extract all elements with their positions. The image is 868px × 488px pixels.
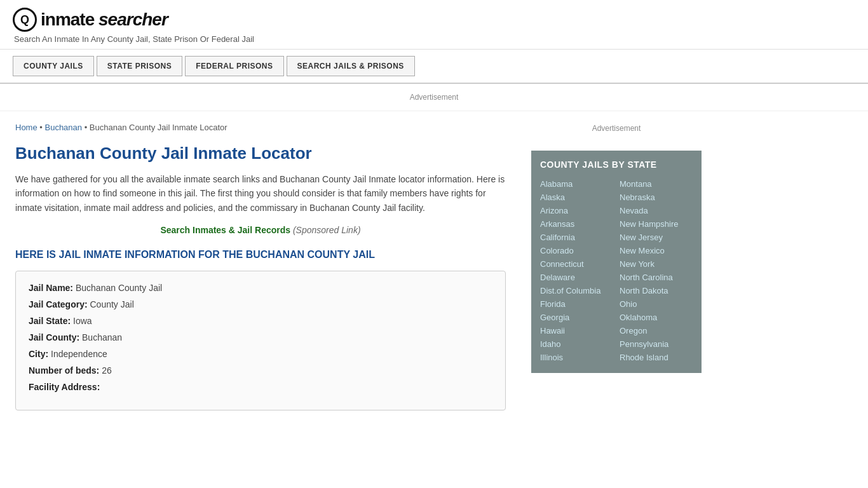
state-link-north-dakota[interactable]: North Dakota	[620, 284, 693, 297]
state-link-rhode-island[interactable]: Rhode Island	[620, 351, 693, 364]
facility-address-label: Facility Address:	[29, 382, 100, 392]
state-grid: Alabama Alaska Arizona Arkansas Californ…	[540, 177, 693, 364]
facility-address-row: Facility Address:	[29, 382, 492, 392]
state-link-dc[interactable]: Dist.of Columbia	[540, 284, 613, 297]
city-label: City:	[29, 349, 48, 359]
state-link-new-york[interactable]: New York	[620, 257, 693, 271]
state-link-nevada[interactable]: Nevada	[620, 204, 693, 217]
site-tagline: Search An Inmate In Any County Jail, Sta…	[13, 34, 855, 44]
main-content: Home • Buchanan • Buchanan County Jail I…	[0, 111, 521, 422]
state-link-montana[interactable]: Montana	[620, 177, 693, 191]
state-link-delaware[interactable]: Delaware	[540, 271, 613, 284]
state-link-nebraska[interactable]: Nebraska	[620, 191, 693, 204]
state-link-florida[interactable]: Florida	[540, 297, 613, 311]
city-row: City: Independence	[29, 349, 492, 359]
state-box-title: COUNTY JAILS BY STATE	[540, 159, 693, 170]
jail-name-label: Jail Name:	[29, 283, 73, 293]
state-col1: Alabama Alaska Arizona Arkansas Californ…	[540, 177, 613, 364]
jail-county-value: Buchanan	[82, 332, 122, 342]
jail-state-value: Iowa	[73, 316, 92, 326]
state-link-arizona[interactable]: Arizona	[540, 204, 613, 217]
state-link-new-hampshire[interactable]: New Hampshire	[620, 217, 693, 231]
nav-county-jails[interactable]: COUNTY JAILS	[13, 56, 94, 76]
ad-label-top: Advertisement	[410, 93, 459, 102]
state-link-connecticut[interactable]: Connecticut	[540, 257, 613, 271]
jail-state-row: Jail State: Iowa	[29, 316, 492, 326]
state-link-alabama[interactable]: Alabama	[540, 177, 613, 191]
jail-county-row: Jail County: Buchanan	[29, 332, 492, 342]
breadcrumb-parent[interactable]: Buchanan	[44, 123, 82, 132]
page-description: We have gathered for you all the availab…	[15, 172, 506, 215]
logo-icon: Q	[13, 8, 37, 32]
ad-label-sidebar: Advertisement	[592, 124, 641, 133]
breadcrumb-current: Buchanan County Jail Inmate Locator	[90, 123, 227, 132]
jail-county-label: Jail County:	[29, 332, 79, 342]
state-link-oklahoma[interactable]: Oklahoma	[620, 311, 693, 324]
state-link-new-mexico[interactable]: New Mexico	[620, 244, 693, 257]
logo-text-part1: inmate	[41, 10, 94, 29]
state-link-california[interactable]: California	[540, 231, 613, 244]
jail-category-label: Jail Category:	[29, 299, 88, 309]
jail-info-box: Jail Name: Buchanan County Jail Jail Cat…	[15, 271, 506, 410]
section-header: HERE IS JAIL INMATE INFORMATION FOR THE …	[15, 249, 506, 261]
logo-area: Q inmate searcher	[13, 8, 855, 32]
state-link-hawaii[interactable]: Hawaii	[540, 324, 613, 337]
breadcrumb-home[interactable]: Home	[15, 123, 37, 132]
state-link-idaho[interactable]: Idaho	[540, 337, 613, 351]
state-link-illinois[interactable]: Illinois	[540, 351, 613, 364]
state-link-alaska[interactable]: Alaska	[540, 191, 613, 204]
beds-value: 26	[102, 365, 112, 376]
nav-state-prisons[interactable]: STATE PRISONS	[97, 56, 182, 76]
state-link-pennsylvania[interactable]: Pennsylvania	[620, 337, 693, 351]
beds-row: Number of beds: 26	[29, 365, 492, 376]
beds-label: Number of beds:	[29, 365, 99, 376]
state-link-north-carolina[interactable]: North Carolina	[620, 271, 693, 284]
nav-federal-prisons[interactable]: FEDERAL PRISONS	[185, 56, 283, 76]
state-link-oregon[interactable]: Oregon	[620, 324, 693, 337]
site-header: Q inmate searcher Search An Inmate In An…	[0, 0, 868, 50]
main-layout: Home • Buchanan • Buchanan County Jail I…	[0, 111, 868, 422]
nav-search-jails[interactable]: SEARCH JAILS & PRISONS	[287, 56, 415, 76]
main-nav: COUNTY JAILS STATE PRISONS FEDERAL PRISO…	[0, 50, 868, 84]
logo-text: inmate searcher	[41, 10, 168, 30]
jail-category-row: Jail Category: County Jail	[29, 299, 492, 309]
breadcrumb-sep2: •	[85, 123, 90, 132]
ad-banner-top: Advertisement	[0, 84, 868, 111]
page-title: Buchanan County Jail Inmate Locator	[15, 144, 506, 163]
city-value: Independence	[51, 349, 107, 359]
jail-name-value: Buchanan County Jail	[76, 283, 162, 293]
search-inmates-link[interactable]: Search Inmates & Jail Records	[160, 225, 290, 235]
jail-category-value: County Jail	[90, 299, 133, 309]
sidebar: Advertisement COUNTY JAILS BY STATE Alab…	[521, 111, 712, 422]
state-link-ohio[interactable]: Ohio	[620, 297, 693, 311]
state-link-georgia[interactable]: Georgia	[540, 311, 613, 324]
jail-state-label: Jail State:	[29, 316, 71, 326]
logo-text-part2: searcher	[98, 10, 168, 29]
state-box: COUNTY JAILS BY STATE Alabama Alaska Ari…	[531, 151, 702, 373]
sponsored-label: (Sponsored Link)	[293, 225, 361, 235]
state-col2: Montana Nebraska Nevada New Hampshire Ne…	[620, 177, 693, 364]
ad-banner-sidebar: Advertisement	[531, 118, 702, 139]
state-link-arkansas[interactable]: Arkansas	[540, 217, 613, 231]
search-link-area: Search Inmates & Jail Records (Sponsored…	[15, 225, 506, 235]
breadcrumb: Home • Buchanan • Buchanan County Jail I…	[15, 123, 506, 132]
state-link-colorado[interactable]: Colorado	[540, 244, 613, 257]
jail-name-row: Jail Name: Buchanan County Jail	[29, 283, 492, 293]
state-link-new-jersey[interactable]: New Jersey	[620, 231, 693, 244]
